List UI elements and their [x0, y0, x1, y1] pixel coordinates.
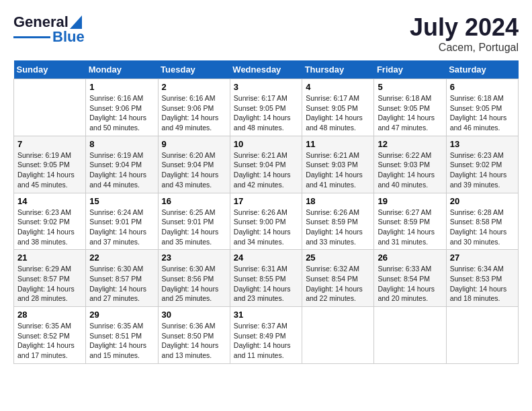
- calendar-cell: 26Sunrise: 6:33 AM Sunset: 8:54 PM Dayli…: [374, 250, 446, 307]
- calendar-week-1: 1Sunrise: 6:16 AM Sunset: 9:06 PM Daylig…: [14, 79, 519, 136]
- day-info: Sunrise: 6:18 AM Sunset: 9:05 PM Dayligh…: [450, 93, 515, 133]
- calendar-cell: 17Sunrise: 6:26 AM Sunset: 9:00 PM Dayli…: [230, 193, 302, 250]
- day-info: Sunrise: 6:23 AM Sunset: 9:02 PM Dayligh…: [450, 150, 515, 190]
- day-number: 10: [234, 139, 298, 149]
- day-info: Sunrise: 6:30 AM Sunset: 8:56 PM Dayligh…: [162, 264, 226, 304]
- day-info: Sunrise: 6:24 AM Sunset: 9:01 PM Dayligh…: [89, 208, 154, 247]
- day-number: 29: [89, 310, 154, 320]
- day-number: 5: [378, 82, 442, 92]
- calendar-week-4: 21Sunrise: 6:29 AM Sunset: 8:57 PM Dayli…: [14, 250, 519, 307]
- day-info: Sunrise: 6:33 AM Sunset: 8:54 PM Dayligh…: [378, 264, 442, 304]
- calendar-cell: 12Sunrise: 6:22 AM Sunset: 9:03 PM Dayli…: [374, 136, 446, 193]
- day-info: Sunrise: 6:22 AM Sunset: 9:03 PM Dayligh…: [378, 150, 442, 190]
- day-info: Sunrise: 6:17 AM Sunset: 9:05 PM Dayligh…: [306, 93, 370, 133]
- col-header-friday: Friday: [374, 60, 446, 79]
- calendar-cell: 19Sunrise: 6:27 AM Sunset: 8:59 PM Dayli…: [374, 193, 446, 250]
- calendar-cell: 1Sunrise: 6:16 AM Sunset: 9:06 PM Daylig…: [86, 79, 158, 136]
- calendar-cell: 4Sunrise: 6:17 AM Sunset: 9:05 PM Daylig…: [302, 79, 374, 136]
- calendar-cell: 5Sunrise: 6:18 AM Sunset: 9:05 PM Daylig…: [374, 79, 446, 136]
- day-info: Sunrise: 6:20 AM Sunset: 9:04 PM Dayligh…: [162, 150, 226, 190]
- calendar-cell: 10Sunrise: 6:21 AM Sunset: 9:04 PM Dayli…: [230, 136, 302, 193]
- day-number: 6: [450, 82, 515, 92]
- col-header-monday: Monday: [86, 60, 158, 79]
- day-number: 24: [234, 253, 298, 263]
- day-info: Sunrise: 6:25 AM Sunset: 9:01 PM Dayligh…: [162, 208, 226, 247]
- day-number: 19: [378, 196, 442, 206]
- day-number: 27: [450, 253, 515, 263]
- day-info: Sunrise: 6:34 AM Sunset: 8:53 PM Dayligh…: [450, 264, 515, 304]
- calendar-cell: 22Sunrise: 6:30 AM Sunset: 8:57 PM Dayli…: [86, 250, 158, 307]
- col-header-tuesday: Tuesday: [158, 60, 230, 79]
- calendar-cell: 31Sunrise: 6:37 AM Sunset: 8:49 PM Dayli…: [230, 307, 302, 364]
- day-number: 30: [162, 310, 226, 320]
- day-info: Sunrise: 6:26 AM Sunset: 9:00 PM Dayligh…: [234, 208, 298, 247]
- calendar-cell: 30Sunrise: 6:36 AM Sunset: 8:50 PM Dayli…: [158, 307, 230, 364]
- day-number: 21: [17, 253, 82, 263]
- calendar-cell: [14, 79, 86, 136]
- logo-triangle-icon: [70, 15, 82, 29]
- calendar-cell: 13Sunrise: 6:23 AM Sunset: 9:02 PM Dayli…: [446, 136, 518, 193]
- col-header-wednesday: Wednesday: [230, 60, 302, 79]
- day-number: 26: [378, 253, 442, 263]
- calendar-cell: [302, 307, 374, 364]
- day-number: 9: [162, 139, 226, 149]
- day-info: Sunrise: 6:21 AM Sunset: 9:04 PM Dayligh…: [234, 150, 298, 190]
- calendar-cell: 18Sunrise: 6:26 AM Sunset: 8:59 PM Dayli…: [302, 193, 374, 250]
- calendar-cell: 3Sunrise: 6:17 AM Sunset: 9:05 PM Daylig…: [230, 79, 302, 136]
- day-info: Sunrise: 6:18 AM Sunset: 9:05 PM Dayligh…: [378, 93, 442, 133]
- day-number: 15: [89, 196, 154, 206]
- day-info: Sunrise: 6:19 AM Sunset: 9:04 PM Dayligh…: [89, 150, 154, 190]
- day-number: 8: [89, 139, 154, 149]
- calendar-week-5: 28Sunrise: 6:35 AM Sunset: 8:52 PM Dayli…: [14, 307, 519, 364]
- day-number: 23: [162, 253, 226, 263]
- day-info: Sunrise: 6:31 AM Sunset: 8:55 PM Dayligh…: [234, 264, 298, 304]
- calendar-header-row: SundayMondayTuesdayWednesdayThursdayFrid…: [14, 60, 519, 79]
- day-info: Sunrise: 6:36 AM Sunset: 8:50 PM Dayligh…: [162, 321, 226, 361]
- day-number: 13: [450, 139, 515, 149]
- calendar-cell: 29Sunrise: 6:35 AM Sunset: 8:51 PM Dayli…: [86, 307, 158, 364]
- col-header-sunday: Sunday: [14, 60, 86, 79]
- calendar-table: SundayMondayTuesdayWednesdayThursdayFrid…: [13, 60, 519, 364]
- day-number: 28: [17, 310, 82, 320]
- day-info: Sunrise: 6:28 AM Sunset: 8:58 PM Dayligh…: [450, 208, 515, 247]
- calendar-cell: 25Sunrise: 6:32 AM Sunset: 8:54 PM Dayli…: [302, 250, 374, 307]
- day-info: Sunrise: 6:17 AM Sunset: 9:05 PM Dayligh…: [234, 93, 298, 133]
- day-number: 25: [306, 253, 370, 263]
- calendar-week-2: 7Sunrise: 6:19 AM Sunset: 9:05 PM Daylig…: [14, 136, 519, 193]
- calendar-cell: [374, 307, 446, 364]
- calendar-cell: 2Sunrise: 6:16 AM Sunset: 9:06 PM Daylig…: [158, 79, 230, 136]
- logo: General Blue: [13, 13, 85, 46]
- day-info: Sunrise: 6:19 AM Sunset: 9:05 PM Dayligh…: [17, 150, 82, 190]
- calendar-cell: 7Sunrise: 6:19 AM Sunset: 9:05 PM Daylig…: [14, 136, 86, 193]
- day-info: Sunrise: 6:27 AM Sunset: 8:59 PM Dayligh…: [378, 208, 442, 247]
- day-info: Sunrise: 6:16 AM Sunset: 9:06 PM Dayligh…: [162, 93, 226, 133]
- location-heading: Cacem, Portugal: [410, 42, 519, 54]
- day-number: 31: [234, 310, 298, 320]
- calendar-cell: 16Sunrise: 6:25 AM Sunset: 9:01 PM Dayli…: [158, 193, 230, 250]
- calendar-cell: 9Sunrise: 6:20 AM Sunset: 9:04 PM Daylig…: [158, 136, 230, 193]
- calendar-cell: 28Sunrise: 6:35 AM Sunset: 8:52 PM Dayli…: [14, 307, 86, 364]
- day-number: 1: [89, 82, 154, 92]
- day-info: Sunrise: 6:26 AM Sunset: 8:59 PM Dayligh…: [306, 208, 370, 247]
- day-info: Sunrise: 6:21 AM Sunset: 9:03 PM Dayligh…: [306, 150, 370, 190]
- day-number: 20: [450, 196, 515, 206]
- month-year-heading: July 2024: [410, 13, 519, 42]
- calendar-cell: 15Sunrise: 6:24 AM Sunset: 9:01 PM Dayli…: [86, 193, 158, 250]
- day-number: 12: [378, 139, 442, 149]
- day-info: Sunrise: 6:16 AM Sunset: 9:06 PM Dayligh…: [89, 93, 154, 133]
- day-number: 18: [306, 196, 370, 206]
- calendar-cell: 21Sunrise: 6:29 AM Sunset: 8:57 PM Dayli…: [14, 250, 86, 307]
- day-number: 14: [17, 196, 82, 206]
- calendar-cell: 24Sunrise: 6:31 AM Sunset: 8:55 PM Dayli…: [230, 250, 302, 307]
- day-info: Sunrise: 6:35 AM Sunset: 8:52 PM Dayligh…: [17, 321, 82, 361]
- calendar-cell: 23Sunrise: 6:30 AM Sunset: 8:56 PM Dayli…: [158, 250, 230, 307]
- svg-marker-0: [70, 15, 82, 29]
- day-number: 11: [306, 139, 370, 149]
- calendar-cell: 14Sunrise: 6:23 AM Sunset: 9:02 PM Dayli…: [14, 193, 86, 250]
- day-number: 22: [89, 253, 154, 263]
- logo-blue-text: Blue: [52, 28, 85, 46]
- calendar-cell: 20Sunrise: 6:28 AM Sunset: 8:58 PM Dayli…: [446, 193, 518, 250]
- day-number: 16: [162, 196, 226, 206]
- day-number: 17: [234, 196, 298, 206]
- day-number: 7: [17, 139, 82, 149]
